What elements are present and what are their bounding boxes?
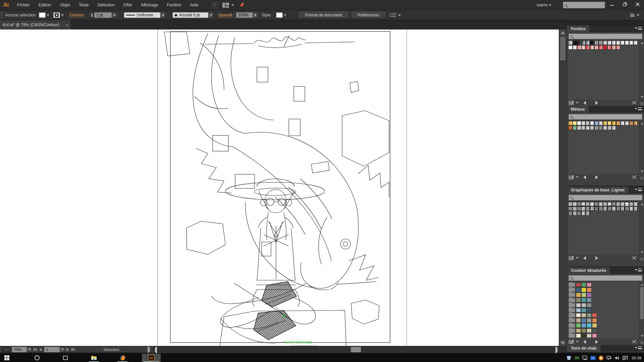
gradient-swatch[interactable] [599,126,603,130]
gradient-swatch[interactable] [594,45,598,50]
cortana-button[interactable] [30,354,44,362]
panel-menu-icon[interactable] [634,188,642,191]
pattern-swatch[interactable] [581,202,585,206]
panel-scroll-down[interactable] [640,169,644,174]
pattern-swatch[interactable] [586,206,590,211]
gradient-swatch[interactable] [612,45,616,50]
panel-tab-metaux[interactable]: Métaux [567,106,589,113]
color-swatch[interactable] [576,303,581,308]
gradient-swatch[interactable] [581,126,585,130]
color-swatch[interactable] [581,308,586,313]
app-search-input[interactable] [563,2,605,8]
gradient-swatch[interactable] [599,41,603,45]
gradient-swatch[interactable] [581,45,585,50]
gradient-swatch[interactable] [573,45,577,50]
color-group-folder-icon[interactable] [569,293,575,297]
pattern-swatch[interactable] [586,202,590,206]
menu-objet[interactable]: Objet [56,0,74,10]
color-group-folder-icon[interactable] [569,334,575,338]
color-swatch[interactable] [587,334,592,338]
color-swatch[interactable] [592,313,597,318]
pattern-swatch[interactable] [612,202,616,206]
color-swatch[interactable] [587,328,592,333]
menu-texte[interactable]: Texte [74,0,93,10]
restore-button[interactable] [619,0,631,9]
stroke-color-dropdown[interactable] [60,12,64,18]
previous-library-icon[interactable] [583,101,586,105]
remote-app-icon[interactable] [566,355,572,361]
menu-edition[interactable]: Edition [34,0,56,10]
swatch-search-input[interactable] [569,195,642,200]
pattern-swatch[interactable] [573,206,577,211]
next-library-icon[interactable] [595,101,598,105]
next-library-icon[interactable] [595,175,598,179]
panel-resize-grip[interactable] [640,341,643,344]
color-swatch[interactable] [587,303,592,308]
pattern-swatch[interactable] [621,206,625,211]
color-swatch[interactable] [581,303,586,308]
panel-resize-grip[interactable] [640,257,643,260]
next-artboard-button[interactable] [66,348,69,351]
pattern-swatch[interactable] [607,206,611,211]
gradient-swatch[interactable] [616,121,620,125]
stroke-width-stepper[interactable] [91,13,93,17]
gradient-swatch[interactable] [573,41,577,45]
pattern-swatch[interactable] [568,206,572,211]
gradient-swatch[interactable] [621,41,625,45]
network-icon[interactable] [606,355,612,361]
color-swatch[interactable] [576,313,581,318]
opacity-dropdown[interactable] [253,12,258,18]
bridge-button[interactable]: Br [211,2,218,8]
pattern-swatch[interactable] [568,211,572,216]
color-group-folder-icon[interactable] [569,288,575,292]
pattern-swatch[interactable] [621,202,625,206]
illustrator-taskbar-button[interactable]: Ai [142,354,161,362]
gradient-swatch[interactable] [586,45,590,50]
pattern-swatch[interactable] [581,211,585,216]
horizontal-scrollbar[interactable] [154,346,559,353]
gradient-swatch[interactable] [594,121,598,125]
color-swatch[interactable] [587,283,592,287]
pattern-swatch[interactable] [612,206,616,211]
pattern-swatch[interactable] [603,206,607,211]
panel-tab-lignes[interactable]: Graphiques de base_Lignes [567,187,629,193]
gradient-swatch[interactable] [603,41,607,45]
library-menu-arrow[interactable] [576,102,579,104]
taskbar-clock[interactable]: 20:39 [632,356,641,360]
panel-scroll-up[interactable] [640,121,644,126]
preferences-button[interactable]: Préférences [352,12,385,18]
scroll-down-button[interactable] [560,340,566,346]
pattern-swatch[interactable] [577,211,581,216]
color-swatch[interactable] [581,328,586,333]
control-bar-grip[interactable] [1,11,3,19]
panel-scroll-thumb[interactable] [640,287,644,319]
brush-dropdown[interactable] [209,12,214,18]
panel-menu-icon[interactable] [634,107,642,110]
status-options-icon[interactable] [2,347,11,352]
color-swatch[interactable] [576,298,581,302]
library-menu-arrow[interactable] [576,257,579,259]
status-flyout-arrow[interactable] [148,348,150,352]
zoom-level-field[interactable]: 78% [12,347,27,352]
gradient-swatch[interactable] [629,121,633,125]
gradient-swatch[interactable] [612,126,616,130]
menu-aide[interactable]: Aide [185,0,203,10]
gradient-swatch[interactable] [616,45,620,50]
horizontal-scroll-thumb[interactable] [351,347,361,352]
gradient-swatch[interactable] [590,45,594,50]
pattern-swatch[interactable] [573,211,577,216]
color-swatch[interactable] [592,334,597,338]
panel-scrollbar[interactable] [639,282,644,339]
file-explorer-button[interactable] [87,354,101,362]
brush-definition[interactable]: Arrondi 5 pt [172,12,209,18]
gradient-swatch[interactable] [586,121,590,125]
fill-color-dropdown[interactable] [46,12,50,18]
gradient-swatch[interactable] [599,45,603,50]
close-button[interactable] [631,0,644,9]
color-swatch[interactable] [592,328,597,333]
pattern-swatch[interactable] [616,206,620,211]
color-swatch[interactable] [581,313,586,318]
color-swatch[interactable] [581,334,586,338]
panel-scroll-up[interactable] [640,41,644,45]
action-center-icon[interactable] [622,355,628,361]
